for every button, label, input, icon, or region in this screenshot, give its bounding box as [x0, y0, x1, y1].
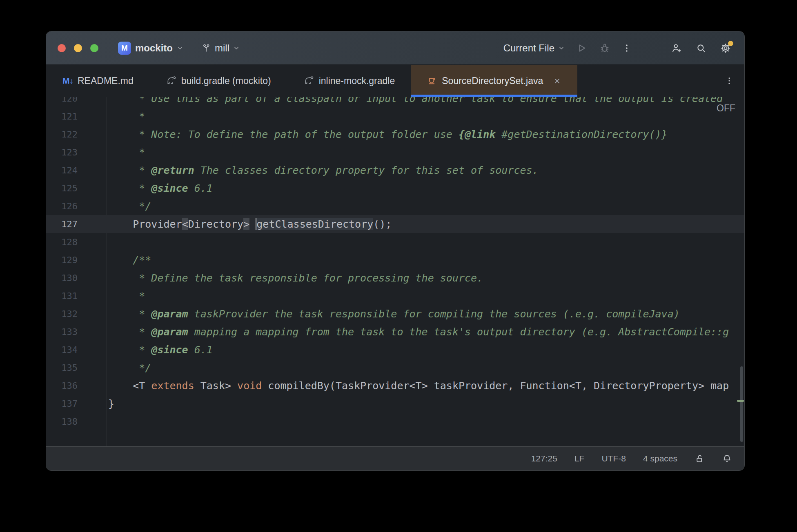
code-line[interactable]: 132 * @param taskProvider the task respo… — [46, 305, 744, 323]
code-line[interactable]: 130 * Define the task responsible for pr… — [46, 269, 744, 287]
line-number[interactable]: 136 — [46, 381, 107, 391]
branch-name: mill — [215, 42, 229, 54]
readonly-toggle-button[interactable] — [695, 454, 705, 464]
code-text: * — [107, 290, 145, 302]
line-number[interactable]: 131 — [46, 291, 107, 301]
line-number[interactable]: 120 — [46, 97, 107, 104]
code-line[interactable]: 137} — [46, 395, 744, 412]
tab-build-gradle[interactable]: build.gradle (mockito) — [150, 65, 287, 97]
close-window-button[interactable] — [58, 44, 66, 52]
chevron-down-icon — [233, 45, 240, 51]
line-number[interactable]: 121 — [46, 111, 107, 122]
code-text: * Note: To define the path of the output… — [107, 129, 668, 140]
status-bar: 127:25 LF UTF-8 4 spaces — [46, 446, 744, 470]
code-line[interactable]: 134 * @since 6.1 — [46, 341, 744, 359]
code-line[interactable]: 129 /** — [46, 251, 744, 269]
code-text: <T extends Task> void compiledBy(TaskPro… — [107, 380, 729, 392]
code-line[interactable]: 126 */ — [46, 197, 744, 215]
line-number[interactable]: 129 — [46, 255, 107, 265]
code-line[interactable]: 138 — [46, 412, 744, 430]
line-number[interactable]: 130 — [46, 273, 107, 283]
code-line[interactable]: 122 * Note: To define the path of the ou… — [46, 125, 744, 143]
debug-button[interactable] — [599, 42, 610, 54]
chevron-down-icon — [177, 45, 183, 51]
scrollbar-vcs-marker — [737, 400, 744, 402]
code-text: * Use this as part of a classpath or inp… — [107, 97, 723, 104]
code-line[interactable]: 127 Provider<Directory> getClassesDirect… — [46, 215, 744, 233]
run-toolbar: Current File — [503, 42, 632, 54]
code-text: * — [107, 146, 145, 158]
run-configuration-label: Current File — [503, 42, 554, 54]
line-separator-widget[interactable]: LF — [574, 454, 585, 463]
code-text: * @since 6.1 — [107, 344, 213, 356]
code-line[interactable]: 123 * — [46, 143, 744, 161]
settings-button[interactable] — [720, 42, 731, 54]
code-text: * Define the task responsible for proces… — [107, 272, 483, 284]
unlocked-icon — [695, 454, 705, 464]
bell-icon — [722, 454, 732, 464]
tab-inline-mock-gradle[interactable]: inline-mock.gradle — [287, 65, 412, 97]
line-number[interactable]: 127 — [46, 219, 107, 229]
indent-widget[interactable]: 4 spaces — [643, 454, 677, 463]
code-line[interactable]: 131 * — [46, 287, 744, 305]
branch-widget[interactable]: mill — [201, 42, 240, 54]
code-line[interactable]: 125 * @since 6.1 — [46, 179, 744, 197]
ide-window: M mockito mill Current File — [46, 31, 745, 471]
code-line[interactable]: 124 * @return The classes directory prop… — [46, 161, 744, 179]
tab-options-menu-button[interactable] — [725, 65, 744, 97]
code-text: */ — [107, 200, 151, 212]
line-number[interactable]: 137 — [46, 399, 107, 409]
code-with-me-button[interactable] — [671, 42, 682, 54]
add-user-icon — [671, 42, 682, 54]
tab-source-directory-set[interactable]: SourceDirectorySet.java — [411, 65, 577, 97]
gradle-icon — [166, 76, 177, 85]
title-bar-icons — [671, 42, 733, 54]
caret-position-widget[interactable]: 127:25 — [531, 454, 557, 463]
project-name: mockito — [135, 42, 173, 54]
project-icon: M — [118, 42, 131, 55]
code-line[interactable]: 136 <T extends Task> void compiledBy(Tas… — [46, 377, 744, 395]
code-text: */ — [107, 362, 151, 374]
search-icon — [695, 42, 707, 54]
tab-readme[interactable]: M↓ README.md — [46, 65, 150, 97]
notification-dot — [728, 41, 733, 46]
vertical-scrollbar-thumb[interactable] — [740, 366, 743, 442]
code-line[interactable]: 128 — [46, 233, 744, 251]
notifications-button[interactable] — [722, 454, 732, 464]
line-number[interactable]: 132 — [46, 309, 107, 319]
search-everywhere-button[interactable] — [695, 42, 707, 54]
code-line[interactable]: 121 * — [46, 107, 744, 125]
highlighting-level-label[interactable]: OFF — [717, 103, 735, 114]
line-number[interactable]: 135 — [46, 363, 107, 373]
code-line[interactable]: 120 * Use this as part of a classpath or… — [46, 97, 744, 107]
line-number[interactable]: 126 — [46, 201, 107, 211]
line-number[interactable]: 128 — [46, 237, 107, 247]
line-number[interactable]: 125 — [46, 183, 107, 193]
code-editor[interactable]: 120 * Use this as part of a classpath or… — [46, 97, 744, 446]
run-button[interactable] — [576, 42, 588, 54]
more-actions-button[interactable] — [622, 43, 632, 53]
line-number[interactable]: 122 — [46, 129, 107, 140]
line-number[interactable]: 134 — [46, 345, 107, 355]
code-text: * @since 6.1 — [107, 182, 213, 194]
line-number[interactable]: 133 — [46, 327, 107, 337]
project-widget[interactable]: M mockito — [118, 42, 183, 55]
desktop-background: M mockito mill Current File — [0, 0, 797, 532]
tab-label: SourceDirectorySet.java — [442, 75, 543, 86]
markdown-icon: M↓ — [62, 76, 73, 86]
code-line[interactable]: 135 */ — [46, 359, 744, 377]
run-configuration-selector[interactable]: Current File — [503, 42, 565, 54]
play-icon — [576, 42, 588, 54]
code-text: * @param mapping a mapping from the task… — [107, 326, 729, 338]
code-line[interactable]: 133 * @param mapping a mapping from the … — [46, 323, 744, 341]
code-text: Provider<Directory> getClassesDirectory(… — [107, 218, 392, 230]
code-text: /** — [107, 254, 151, 266]
encoding-widget[interactable]: UTF-8 — [601, 454, 626, 463]
line-number[interactable]: 123 — [46, 147, 107, 157]
close-tab-button[interactable] — [553, 77, 561, 85]
line-number[interactable]: 124 — [46, 165, 107, 175]
minimize-window-button[interactable] — [74, 44, 82, 52]
line-number[interactable]: 138 — [46, 417, 107, 427]
title-bar: M mockito mill Current File — [46, 31, 744, 65]
fullscreen-window-button[interactable] — [90, 44, 98, 52]
